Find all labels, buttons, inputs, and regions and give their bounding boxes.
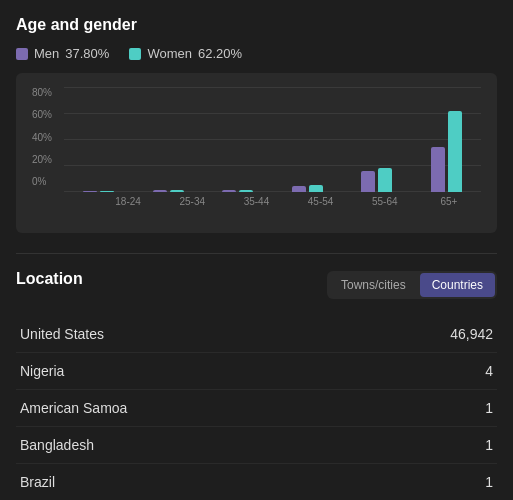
legend-women: Women 62.20%: [129, 46, 242, 61]
location-section: Location Towns/cities Countries United S…: [16, 270, 497, 500]
chart-area: 80% 60% 40% 20% 0%: [32, 87, 481, 207]
location-name: United States: [20, 326, 104, 342]
bar-group-35-44: [203, 87, 273, 192]
bar-group-25-34: [134, 87, 204, 192]
men-bar-25-34: [153, 190, 167, 192]
women-bar-55-64: [378, 168, 392, 192]
age-gender-section: Age and gender Men 37.80% Women 62.20% 8…: [16, 16, 497, 233]
y-label-40: 40%: [32, 132, 62, 143]
location-title: Location: [16, 270, 83, 288]
location-count: 4: [485, 363, 493, 379]
table-row: Bangladesh1: [16, 427, 497, 464]
bar-group-45-54: [273, 87, 343, 192]
location-count: 46,942: [450, 326, 493, 342]
x-label-18-24: 18-24: [96, 192, 160, 207]
table-row: American Samoa1: [16, 390, 497, 427]
men-bar-18-24: [83, 191, 97, 192]
y-label-60: 60%: [32, 109, 62, 120]
women-color-swatch: [129, 48, 141, 60]
y-label-20: 20%: [32, 154, 62, 165]
table-row: Nigeria4: [16, 353, 497, 390]
women-bar-35-44: [239, 190, 253, 192]
x-label-45-54: 45-54: [289, 192, 353, 207]
men-bar-65+: [431, 147, 445, 192]
table-row: Brazil1: [16, 464, 497, 500]
location-count: 1: [485, 437, 493, 453]
x-label-65+: 65+: [417, 192, 481, 207]
section-divider: [16, 253, 497, 254]
men-value: 37.80%: [65, 46, 109, 61]
women-label: Women: [147, 46, 192, 61]
tab-countries[interactable]: Countries: [420, 273, 495, 297]
location-count: 1: [485, 474, 493, 490]
tab-towns[interactable]: Towns/cities: [329, 273, 418, 297]
location-header: Location Towns/cities Countries: [16, 270, 497, 300]
x-label-35-44: 35-44: [224, 192, 288, 207]
location-name: American Samoa: [20, 400, 127, 416]
x-labels: 18-2425-3435-4445-5455-6465+: [96, 192, 481, 207]
men-bar-35-44: [222, 190, 236, 192]
location-name: Nigeria: [20, 363, 64, 379]
men-bar-45-54: [292, 186, 306, 192]
bar-group-55-64: [342, 87, 412, 192]
y-label-0: 0%: [32, 176, 62, 187]
women-bar-65+: [448, 111, 462, 192]
bar-groups: [64, 87, 481, 192]
location-table: United States46,942Nigeria4American Samo…: [16, 316, 497, 500]
location-tab-group: Towns/cities Countries: [327, 271, 497, 299]
legend: Men 37.80% Women 62.20%: [16, 46, 497, 61]
men-bar-55-64: [361, 171, 375, 192]
bar-group-65+: [412, 87, 482, 192]
location-count: 1: [485, 400, 493, 416]
location-name: Bangladesh: [20, 437, 94, 453]
women-bar-18-24: [100, 191, 114, 192]
y-label-80: 80%: [32, 87, 62, 98]
age-gender-chart: 80% 60% 40% 20% 0%: [16, 73, 497, 233]
bar-group-18-24: [64, 87, 134, 192]
x-label-55-64: 55-64: [353, 192, 417, 207]
chart-inner: 18-2425-3435-4445-5455-6465+: [64, 87, 481, 207]
legend-men: Men 37.80%: [16, 46, 109, 61]
x-label-25-34: 25-34: [160, 192, 224, 207]
bars-area: [64, 87, 481, 192]
women-value: 62.20%: [198, 46, 242, 61]
men-color-swatch: [16, 48, 28, 60]
y-axis: 80% 60% 40% 20% 0%: [32, 87, 62, 187]
men-label: Men: [34, 46, 59, 61]
age-gender-title: Age and gender: [16, 16, 497, 34]
women-bar-25-34: [170, 190, 184, 192]
women-bar-45-54: [309, 185, 323, 192]
location-name: Brazil: [20, 474, 55, 490]
table-row: United States46,942: [16, 316, 497, 353]
